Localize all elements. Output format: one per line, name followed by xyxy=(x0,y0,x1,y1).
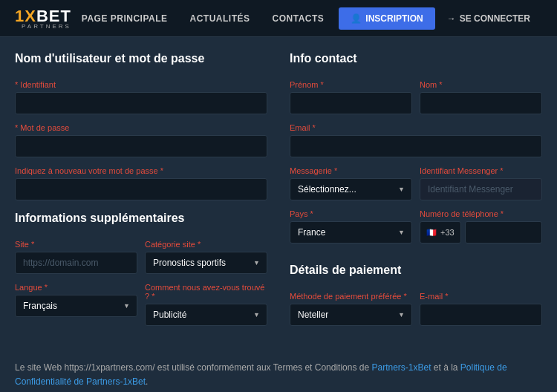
comment-select-wrapper: Publicité xyxy=(145,304,267,326)
main-nav: PAGE PRINCIPALE ACTUALITÉS CONTACTS xyxy=(82,13,325,24)
mot-de-passe-group: * Mot de passe xyxy=(15,123,267,157)
identifiant-label: * Identifiant xyxy=(15,80,267,89)
langue-comment-row: Langue * Français Comment nous avez-vous… xyxy=(15,283,267,335)
categorie-select[interactable]: Pronostics sportifs xyxy=(145,252,267,274)
pays-group: Pays * France xyxy=(290,209,412,244)
payment-section: Détails de paiement Méthode de paiement … xyxy=(290,264,542,335)
inscription-button[interactable]: 👤 INSCRIPTION xyxy=(339,7,434,30)
nav-contacts[interactable]: CONTACTS xyxy=(273,13,325,24)
confirmer-mdp-label: Indiquez à nouveau votre mot de passe * xyxy=(15,166,267,175)
site-label: Site * xyxy=(15,240,137,249)
langue-group: Langue * Français xyxy=(15,283,137,326)
contact-title: Info contact xyxy=(290,52,542,69)
site-category-row: Site * Catégorie site * Pronostics sport… xyxy=(15,240,267,283)
name-row: Prénom * Nom * xyxy=(290,80,542,123)
categorie-label: Catégorie site * xyxy=(145,240,267,249)
terms-text-1: Le site Web https://1xpartners.com/ est … xyxy=(15,361,542,389)
messagerie-group: Messagerie * Sélectionnez... xyxy=(290,166,412,200)
messagerie-select-wrapper: Sélectionnez... xyxy=(290,178,412,200)
site-input[interactable] xyxy=(15,252,137,274)
phone-prefix-box: 🇫🇷 +33 xyxy=(420,221,461,244)
email-group: Email * xyxy=(290,123,542,157)
langue-select-wrapper: Français xyxy=(15,295,137,317)
pays-phone-row: Pays * France Numéro de téléphone * 🇫🇷 +… xyxy=(290,209,542,252)
langue-label: Langue * xyxy=(15,283,137,292)
methode-select[interactable]: Neteller xyxy=(290,304,412,326)
site-group: Site * xyxy=(15,240,137,274)
phone-flag: 🇫🇷 xyxy=(426,228,437,238)
mot-de-passe-label: * Mot de passe xyxy=(15,123,267,132)
prenom-label: Prénom * xyxy=(290,80,412,89)
methode-paiement-group: Méthode de paiement préférée * Neteller xyxy=(290,292,412,326)
methode-paiement-label: Méthode de paiement préférée * xyxy=(290,292,412,301)
payment-title: Détails de paiement xyxy=(290,264,542,281)
nav-actualites[interactable]: ACTUALITÉS xyxy=(190,13,250,24)
nom-group: Nom * xyxy=(420,80,542,114)
nom-input[interactable] xyxy=(420,92,542,114)
prenom-input[interactable] xyxy=(290,92,412,114)
phone-row: 🇫🇷 +33 xyxy=(420,221,542,244)
identifiant-messenger-label: Identifiant Messenger * xyxy=(420,166,542,175)
mot-de-passe-input[interactable] xyxy=(15,135,267,157)
pays-label: Pays * xyxy=(290,209,412,218)
confirmer-mdp-input[interactable] xyxy=(15,178,267,200)
bottom-section: Le site Web https://1xpartners.com/ est … xyxy=(0,350,557,392)
logo: 1XBET PARTNERS xyxy=(15,7,71,30)
methode-select-wrapper: Neteller xyxy=(290,304,412,326)
email-paiement-input[interactable] xyxy=(420,304,542,326)
messagerie-label: Messagerie * xyxy=(290,166,412,175)
telephone-group: Numéro de téléphone * 🇫🇷 +33 xyxy=(420,209,542,244)
nav-page-principale[interactable]: PAGE PRINCIPALE xyxy=(82,13,168,24)
categorie-group: Catégorie site * Pronostics sportifs xyxy=(145,240,267,274)
phone-prefix: +33 xyxy=(440,228,455,237)
user-icon: 👤 xyxy=(351,13,362,24)
messagerie-select[interactable]: Sélectionnez... xyxy=(290,178,412,200)
identifiant-group: * Identifiant xyxy=(15,80,267,114)
identifiant-messenger-input[interactable] xyxy=(420,178,542,200)
main-content: Nom d'utilisateur et mot de passe * Iden… xyxy=(0,37,557,350)
credentials-section: Nom d'utilisateur et mot de passe * Iden… xyxy=(15,52,267,335)
messenger-row: Messagerie * Sélectionnez... Identifiant… xyxy=(290,166,542,209)
connexion-button[interactable]: → SE CONNECTER xyxy=(435,7,542,30)
comment-group: Comment nous avez-vous trouvé ? * Public… xyxy=(145,283,267,326)
langue-select[interactable]: Français xyxy=(15,295,137,317)
payment-row: Méthode de paiement préférée * Neteller … xyxy=(290,292,542,335)
login-icon: → xyxy=(447,13,456,24)
identifiant-input[interactable] xyxy=(15,92,267,114)
additional-title: Informations supplémentaires xyxy=(15,212,267,229)
logo-partners: PARTNERS xyxy=(15,23,71,30)
email-paiement-label: E-mail * xyxy=(420,292,542,301)
comment-select[interactable]: Publicité xyxy=(145,304,267,326)
email-label: Email * xyxy=(290,123,542,132)
link-partners[interactable]: Partners-1xBet xyxy=(371,362,431,373)
prenom-group: Prénom * xyxy=(290,80,412,114)
additional-section: Informations supplémentaires Site * Caté… xyxy=(15,212,267,335)
credentials-title: Nom d'utilisateur et mot de passe xyxy=(15,52,267,69)
confirmer-mdp-group: Indiquez à nouveau votre mot de passe * xyxy=(15,166,267,200)
pays-select[interactable]: France xyxy=(290,221,412,244)
nom-label: Nom * xyxy=(420,80,542,89)
categorie-select-wrapper: Pronostics sportifs xyxy=(145,252,267,274)
comment-label: Comment nous avez-vous trouvé ? * xyxy=(145,283,267,301)
phone-input[interactable] xyxy=(465,221,542,244)
header: 1XBET PARTNERS PAGE PRINCIPALE ACTUALITÉ… xyxy=(0,0,557,37)
contact-section: Info contact Prénom * Nom * Email * Mess… xyxy=(290,52,542,335)
email-input[interactable] xyxy=(290,135,542,157)
pays-select-wrapper: France xyxy=(290,221,412,244)
form-grid: Nom d'utilisateur et mot de passe * Iden… xyxy=(15,52,542,335)
identifiant-messenger-group: Identifiant Messenger * xyxy=(420,166,542,200)
email-paiement-group: E-mail * xyxy=(420,292,542,326)
telephone-label: Numéro de téléphone * xyxy=(420,209,542,218)
